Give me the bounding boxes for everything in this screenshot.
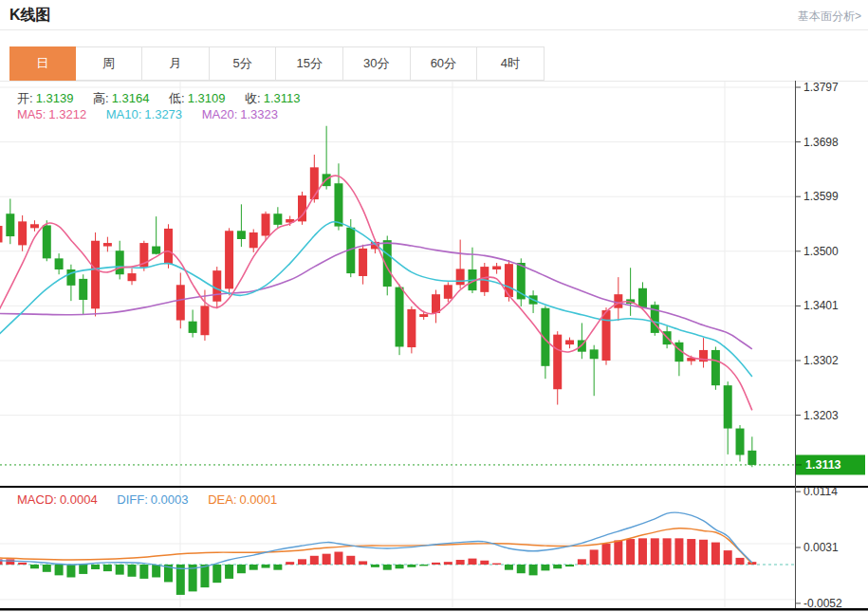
svg-text:1.3113: 1.3113 bbox=[805, 458, 841, 472]
high-value: 1.3164 bbox=[112, 91, 150, 105]
candles bbox=[0, 126, 756, 468]
ohlc-readout: 开:1.3139 高:1.3164 低:1.3109 收:1.3113 bbox=[17, 90, 303, 107]
page-header: K线图 基本面分析> bbox=[0, 0, 868, 30]
tab-30分[interactable]: 30分 bbox=[343, 47, 411, 80]
close-label: 收: bbox=[245, 91, 261, 105]
macd-histogram bbox=[0, 538, 756, 595]
close-value: 1.3113 bbox=[264, 91, 301, 105]
ma5-label: MA5: bbox=[17, 107, 46, 121]
ma5-value: 1.3212 bbox=[48, 107, 86, 121]
y-axis-tick: 1.3599 bbox=[803, 190, 839, 203]
page-title: K线图 bbox=[9, 6, 51, 26]
interval-tabbar: 日周月5分15分30分60分4时 bbox=[9, 46, 545, 81]
tab-周[interactable]: 周 bbox=[76, 47, 143, 80]
macd-value: 0.0004 bbox=[60, 492, 98, 507]
open-value: 1.3139 bbox=[36, 91, 74, 105]
tab-4时[interactable]: 4时 bbox=[477, 47, 544, 80]
y-axis-tick: 0.0114 bbox=[803, 485, 838, 498]
low-label: 低: bbox=[169, 91, 185, 105]
ma20-label: MA20: bbox=[202, 107, 238, 121]
ma10-label: MA10: bbox=[106, 107, 142, 121]
y-axis-tick: 1.3797 bbox=[803, 81, 839, 94]
tab-月[interactable]: 月 bbox=[142, 47, 210, 80]
panel-separator bbox=[0, 486, 868, 488]
dea-value: 0.0001 bbox=[240, 492, 278, 507]
y-axis-tick: 1.3698 bbox=[803, 136, 839, 149]
macd-label: MACD: bbox=[17, 492, 57, 507]
ma10-value: 1.3273 bbox=[144, 107, 182, 121]
dea-label: DEA: bbox=[208, 492, 236, 507]
high-label: 高: bbox=[93, 91, 109, 105]
diff-label: DIFF: bbox=[117, 492, 148, 507]
y-axis-tick: 0.0031 bbox=[803, 541, 839, 554]
low-value: 1.3109 bbox=[188, 91, 226, 105]
chart-canvas: 1.37971.36981.35991.35001.34011.33021.32… bbox=[0, 81, 868, 612]
chart-bottom-border bbox=[0, 608, 868, 611]
tab-日[interactable]: 日 bbox=[9, 46, 76, 81]
tab-15分[interactable]: 15分 bbox=[276, 47, 343, 80]
y-axis-tick: 1.3203 bbox=[803, 409, 839, 422]
current-price-tag: 1.3113 bbox=[796, 454, 865, 474]
tab-5分[interactable]: 5分 bbox=[210, 47, 277, 80]
ma20-value: 1.3323 bbox=[240, 107, 278, 121]
y-axis-tick: 1.3500 bbox=[803, 245, 839, 258]
y-axis-tick: -0.0052 bbox=[803, 597, 842, 610]
y-axis-tick: 1.3302 bbox=[803, 354, 839, 367]
tab-60分[interactable]: 60分 bbox=[411, 47, 478, 80]
kline-page: K线图 基本面分析> 日周月5分15分30分60分4时 1.37971.3698… bbox=[0, 0, 868, 612]
fundamental-analysis-link[interactable]: 基本面分析> bbox=[798, 9, 861, 25]
macd-readout: MACD:0.0004 DIFF:0.0003 DEA:0.0001 bbox=[17, 492, 280, 507]
y-axis-labels: 1.37971.36981.35991.35001.34011.33021.32… bbox=[795, 81, 842, 610]
ma-readout: MA5:1.3212 MA10:1.3273 MA20:1.3323 bbox=[17, 107, 281, 121]
open-label: 开: bbox=[17, 91, 33, 105]
y-axis-tick: 1.3401 bbox=[803, 299, 839, 312]
kline-chart[interactable]: 1.37971.36981.35991.35001.34011.33021.32… bbox=[0, 81, 868, 612]
diff-value: 0.0003 bbox=[151, 492, 189, 507]
